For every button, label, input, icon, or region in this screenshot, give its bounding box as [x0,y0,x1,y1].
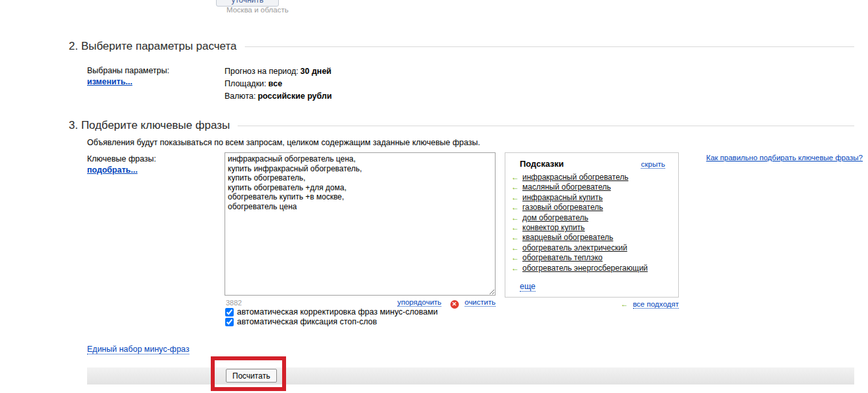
keywords-label: Ключевые фразы: [87,154,156,165]
hint-phrase-link[interactable]: обогреватель электрический [522,243,627,252]
left-arrow-icon: ← [511,213,519,222]
hint-phrase-link[interactable]: дом обогреватель [522,213,588,222]
left-arrow-icon: ← [621,300,628,308]
left-arrow-icon: ← [511,264,519,273]
param-row-platforms: Площадки:все [225,78,332,90]
hint-item: ←инфракрасный обогреватель [511,173,678,182]
hint-phrase-link[interactable]: обогреватель энергосберегающий [522,264,648,273]
footer-bar [87,367,854,384]
autocorrect-checkbox[interactable] [225,308,234,316]
clear-x-icon[interactable]: ✕ [450,300,459,309]
hint-phrase-link[interactable]: конвектор купить [522,223,585,232]
left-arrow-icon: ← [511,193,519,202]
hint-phrase-link[interactable]: газовый обогреватель [522,203,603,212]
hint-item: ←конвектор купить [511,223,678,233]
change-params-link[interactable]: изменить... [87,77,132,86]
section2-header: 2. Выберите параметры расчета [69,40,854,53]
param-label: Валюта: [225,92,256,101]
hint-item: ←кварцевый обогреватель [511,233,678,243]
stopwords-label: автоматическая фиксация стоп-слов [237,317,377,326]
hints-list: ←инфракрасный обогреватель←масляный обог… [505,173,678,273]
hint-item: ←газовый обогреватель [511,203,678,213]
hint-item: ←масляный обогреватель [511,182,678,192]
more-hints-link[interactable]: еще [520,282,535,292]
hint-item: ←дом обогреватель [511,213,678,223]
left-arrow-icon: ← [511,173,519,182]
param-row-currency: Валюта:российские рубли [225,90,332,103]
left-arrow-icon: ← [511,253,519,262]
section3-description: Объявления будут показываться по всем за… [87,138,480,147]
sort-phrases-link[interactable]: упорядочить [397,298,441,307]
hint-item: ←инфракрасный купить [511,193,678,203]
hints-header: Подсказки скрыть [505,153,678,173]
hint-phrase-link[interactable]: инфракрасный купить [522,193,603,202]
budget-forecast-page: уточнить Москва и область 2. Выберите па… [0,0,868,393]
hint-item: ←обогреватель электрический [511,243,678,253]
all-fit-link[interactable]: все подходят [633,300,679,309]
section-divider [245,46,854,47]
calculate-button[interactable]: Посчитать [226,369,277,383]
left-arrow-icon: ← [511,223,519,232]
hints-panel: Подсказки скрыть ←инфракрасный обогреват… [505,152,679,298]
hint-phrase-link[interactable]: масляный обогреватель [522,182,611,192]
left-arrow-icon: ← [511,203,519,212]
minus-phrases-link[interactable]: Единый набор минус-фраз [87,345,189,354]
autocorrect-option[interactable]: автоматическая корректировка фраз минус-… [225,307,438,316]
hide-hints-link[interactable]: скрыть [641,160,665,169]
pick-keywords-link[interactable]: подобрать... [87,165,137,175]
left-arrow-icon: ← [511,243,519,252]
param-value: все [268,79,282,88]
section-divider [238,126,854,126]
all-fit-row: ← все подходят [505,300,679,308]
param-value: российские рубли [258,92,332,101]
section3-header: 3. Подберите ключевые фразы [69,119,854,132]
keywords-help-link[interactable]: Как правильно подбирать ключевые фразы? [706,154,863,162]
hints-title: Подсказки [520,159,564,169]
chosen-params-block: Выбраны параметры: изменить... [87,65,170,88]
stopwords-checkbox[interactable] [225,318,234,326]
left-arrow-icon: ← [511,182,519,192]
chosen-params-label: Выбраны параметры: [87,65,170,77]
param-value: 30 дней [300,67,332,76]
selected-region-label: Москва и область [226,6,289,14]
hint-item: ←обогреватель теплэко [511,253,678,263]
keywords-textarea[interactable]: инфракрасный обогреватель цена, купить и… [225,152,496,296]
hint-phrase-link[interactable]: обогреватель теплэко [522,253,603,262]
section2-title: 2. Выберите параметры расчета [69,40,237,53]
left-arrow-icon: ← [511,233,519,242]
section3-title: 3. Подберите ключевые фразы [69,119,230,132]
param-label: Прогноз на период: [225,67,298,76]
hint-phrase-link[interactable]: инфракрасный обогреватель [522,173,628,182]
param-label: Площадки: [225,79,266,88]
options-checkboxes: автоматическая корректировка фраз минус-… [225,307,438,327]
hint-item: ←обогреватель энергосберегающий [511,264,678,273]
param-row-period: Прогноз на период:30 дней [225,65,332,78]
autocorrect-label: автоматическая корректировка фраз минус-… [237,307,438,316]
params-values-block: Прогноз на период:30 дней Площадки:все В… [225,65,332,103]
keywords-label-block: Ключевые фразы: подобрать... [87,154,156,176]
clear-phrases-link[interactable]: очистить [465,298,496,307]
hint-phrase-link[interactable]: кварцевый обогреватель [522,233,613,242]
stopwords-option[interactable]: автоматическая фиксация стоп-слов [225,317,438,326]
